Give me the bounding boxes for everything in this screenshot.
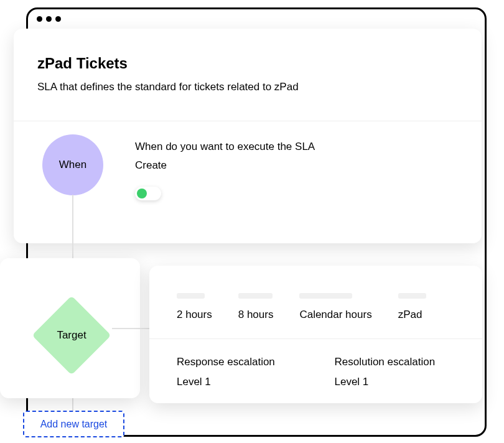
targets-detail-card: 2 hours 8 hours Calendar hours zPad Resp… [149, 266, 482, 403]
connector-line [112, 328, 151, 329]
divider [14, 121, 482, 121]
sla-header-card: zPad Tickets SLA that defines the standa… [14, 29, 482, 243]
sla-active-toggle[interactable] [135, 187, 161, 200]
target-node-label: Target [57, 329, 86, 342]
response-escalation-level: Level 1 [177, 376, 297, 388]
window-dot-icon [37, 16, 42, 22]
field-label-placeholder [238, 293, 273, 299]
resolution-time-value: 8 hours [238, 309, 274, 321]
sla-execute-question: When do you want to execute the SLA [135, 141, 315, 153]
window-controls [28, 9, 485, 29]
page-title: zPad Tickets [37, 55, 458, 72]
resolution-escalation-title: Resolution escalation [335, 356, 455, 368]
resolution-time-cell: 8 hours [238, 293, 274, 321]
window-dot-icon [46, 16, 52, 22]
field-label-placeholder [177, 293, 205, 299]
resolution-escalation-level: Level 1 [335, 376, 455, 388]
window-dot-icon [55, 16, 61, 22]
targets-values-row: 2 hours 8 hours Calendar hours zPad [177, 293, 455, 338]
hours-type-cell: Calendar hours [299, 293, 371, 321]
target-node[interactable]: Target [32, 296, 111, 375]
add-new-target-label: Add new target [40, 419, 108, 430]
field-label-placeholder [299, 293, 352, 299]
product-cell: zPad [398, 293, 426, 321]
sla-execute-value: Create [135, 159, 167, 172]
divider [149, 338, 482, 339]
response-time-value: 2 hours [177, 309, 212, 321]
product-value: zPad [398, 309, 426, 321]
resolution-escalation: Resolution escalation Level 1 [335, 356, 455, 388]
response-time-cell: 2 hours [177, 293, 212, 321]
add-new-target-button[interactable]: Add new target [23, 411, 124, 437]
page-subtitle: SLA that defines the standard for ticket… [37, 81, 458, 93]
when-node[interactable]: When [42, 134, 103, 195]
hours-type-value: Calendar hours [299, 309, 371, 321]
toggle-knob-icon [137, 189, 147, 198]
response-escalation: Response escalation Level 1 [177, 356, 297, 388]
field-label-placeholder [398, 293, 426, 299]
response-escalation-title: Response escalation [177, 356, 297, 368]
escalation-row: Response escalation Level 1 Resolution e… [177, 338, 455, 388]
when-node-label: When [59, 159, 86, 171]
